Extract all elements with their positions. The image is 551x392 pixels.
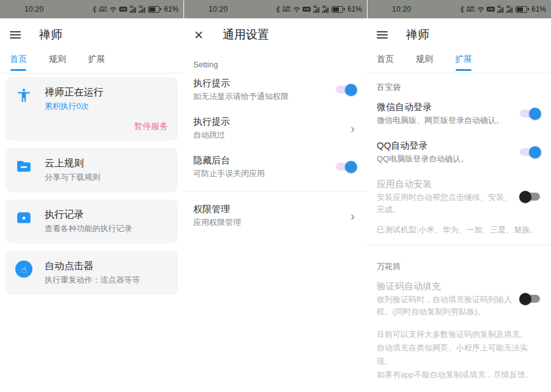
pause-service-button[interactable]: 暂停服务 (15, 120, 168, 132)
status-bar: 10:20 9.00KB/s HD 4G 4G 61% (367, 0, 551, 18)
setting-row-exec-tip-notify[interactable]: 执行提示 如无法显示请给予通知权限 (183, 70, 367, 109)
bluetooth-icon (92, 6, 97, 13)
status-time: 10:20 (209, 5, 228, 13)
bluetooth-icon (460, 6, 464, 13)
row-title: 应用自动安装 (377, 177, 512, 191)
row-title: 执行提示 (193, 115, 341, 128)
tab-home[interactable]: 首页 (10, 49, 27, 71)
signal-icon-1: 4G (313, 6, 320, 13)
status-bar: 10:20 5.00KB/s HD 4G 4G 61% (183, 0, 367, 18)
status-icons: 5.00KB/s HD 4G 4G 61% (276, 5, 362, 13)
close-icon[interactable]: ✕ (193, 28, 204, 42)
wifi-icon (477, 7, 484, 12)
app-title: 禅师 (39, 27, 62, 43)
battery-nub (344, 8, 345, 10)
setting-row-exec-tip-skip[interactable]: 执行提示 自动跳过 › (183, 109, 367, 147)
cloud-rules-card[interactable]: 云上规则 分享与下载规则 (6, 148, 178, 192)
tab-home[interactable]: 首页 (377, 49, 394, 65)
autofill-description: 目前可以支持大多数验证码的复制及填充。 自动填充在类似网页、小程序上可能无法实现… (367, 324, 551, 385)
setting-row-permissions[interactable]: 权限管理 应用权限管理 › (183, 196, 367, 235)
card-title: 云上规则 (45, 157, 100, 170)
row-title: 执行提示 (193, 76, 328, 90)
wifi-icon (293, 7, 300, 12)
setting-row-hide-background[interactable]: 隐藏后台 可防止手误关闭应用 (183, 147, 367, 186)
note-line: 自动填充在类似网页、小程序上可能无法实现。 (377, 341, 541, 368)
tested-models-note: 已测试机型:小米、华为、一加、三星、魅族。 (367, 222, 551, 240)
running-title: 禅师正在运行 (45, 86, 103, 99)
row-title: QQ自动登录 (377, 139, 512, 152)
tab-bar: 首页 规则 扩展 (367, 49, 551, 73)
divider (367, 245, 551, 245)
menu-icon[interactable] (10, 31, 21, 39)
toggle-sms-code-autofill[interactable] (519, 293, 541, 305)
row-subtitle: 收到验证码时，自动填充验证码到输入框。(同时自动复制到剪贴板)。 (377, 294, 512, 318)
battery-percent: 61% (531, 5, 546, 13)
row-subtitle: 自动跳过 (193, 129, 341, 141)
toggle-auto-install[interactable] (519, 191, 541, 203)
row-subtitle: 安装应用时自动帮您点击继续、安装、完成。 (377, 191, 512, 216)
signal-icon-2: 4G (322, 6, 329, 13)
status-bar: 10:20 14.0KB/s HD 4G 4G 61% (0, 0, 183, 18)
section-label-treasure-bag: 百宝袋 (367, 73, 551, 94)
battery-icon (331, 6, 343, 13)
app-bar: 禅师 (367, 18, 551, 49)
auto-clicker-card[interactable]: ☝ 自动点击器 执行重复动作：连点器等等 (6, 251, 178, 295)
battery-icon (516, 6, 527, 13)
app-title: 禅师 (406, 27, 429, 43)
wifi-icon (109, 7, 117, 12)
row-subtitle: 如无法显示请给予通知权限 (193, 91, 328, 103)
battery-nub (528, 8, 529, 10)
app-bar: ✕ 通用设置 (183, 18, 367, 49)
section-label-setting: Setting (183, 49, 367, 70)
setting-row-auto-install[interactable]: 应用自动安装 安装应用时自动帮您点击继续、安装、完成。 (367, 171, 551, 222)
row-title: 权限管理 (193, 202, 341, 216)
general-settings-screen: 10:20 5.00KB/s HD 4G 4G 61% ✕ 通用设置 Setti… (183, 0, 367, 392)
row-subtitle: 可防止手误关闭应用 (193, 168, 328, 180)
run-count: 累积执行0次 (45, 100, 103, 113)
hd-badge: HD (303, 7, 311, 12)
status-time: 10:20 (24, 5, 44, 13)
card-title: 自动点击器 (45, 259, 140, 273)
tab-rules[interactable]: 规则 (49, 49, 66, 65)
network-speed: 14.0KB/s (99, 6, 108, 12)
extensions-screen: 10:20 9.00KB/s HD 4G 4G 61% 禅师 首页 规则 扩展 … (367, 0, 551, 392)
note-line: 如果有app不能自动复制或填充，尽情反馈。 (377, 368, 541, 382)
battery-percent: 61% (164, 5, 179, 13)
execution-log-card[interactable]: 执行记录 查看各种功能的执行记录 (6, 199, 178, 243)
note-line: 目前可以支持大多数验证码的复制及填充。 (377, 328, 541, 341)
signal-icon-2: 4G (506, 6, 513, 13)
setting-row-sms-code-autofill[interactable]: 验证码自动填充 收到验证码时，自动填充验证码到输入框。(同时自动复制到剪贴板)。 (367, 273, 551, 324)
record-icon (15, 209, 32, 226)
tab-extensions[interactable]: 扩展 (455, 49, 472, 71)
row-subtitle: QQ电脑版登录自动确认。 (377, 153, 512, 165)
running-status-card[interactable]: 禅师正在运行 累积执行0次 暂停服务 (6, 77, 178, 141)
row-title: 微信自动登录 (377, 100, 512, 114)
toggle-hide-background[interactable] (335, 161, 357, 173)
page-title: 通用设置 (223, 27, 269, 43)
screenshot-strip: 10:20 14.0KB/s HD 4G 4G 61% 禅师 首页 规则 扩展 (0, 0, 551, 392)
signal-icon-1: 4G (130, 6, 136, 13)
network-speed: 5.00KB/s (283, 6, 291, 12)
card-subtitle: 分享与下载规则 (45, 171, 100, 183)
tab-extensions[interactable]: 扩展 (88, 49, 105, 65)
setting-row-wechat-autologin[interactable]: 微信自动登录 微信电脑版、网页版登录自动确认。 (367, 94, 551, 133)
accessibility-icon (15, 87, 32, 104)
battery-icon (148, 6, 160, 13)
toggle-qq-autologin[interactable] (519, 146, 541, 158)
chevron-right-icon: › (348, 122, 357, 135)
hd-badge: HD (119, 7, 127, 12)
row-title: 验证码自动填充 (377, 279, 512, 293)
menu-icon[interactable] (377, 31, 388, 39)
network-speed: 9.00KB/s (467, 6, 475, 12)
toggle-exec-tip[interactable] (335, 84, 357, 96)
status-icons: 9.00KB/s HD 4G 4G 61% (460, 5, 546, 13)
row-title: 隐藏后台 (193, 153, 328, 167)
tab-rules[interactable]: 规则 (416, 49, 433, 65)
home-screen: 10:20 14.0KB/s HD 4G 4G 61% 禅师 首页 规则 扩展 (0, 0, 183, 392)
signal-icon-1: 4G (497, 6, 504, 13)
toggle-wechat-autologin[interactable] (519, 108, 541, 120)
card-list: 禅师正在运行 累积执行0次 暂停服务 云上规则 分享与下载规则 (0, 73, 183, 295)
status-time: 10:20 (392, 5, 412, 13)
setting-row-qq-autologin[interactable]: QQ自动登录 QQ电脑版登录自动确认。 (367, 133, 551, 171)
folder-icon (15, 158, 32, 175)
